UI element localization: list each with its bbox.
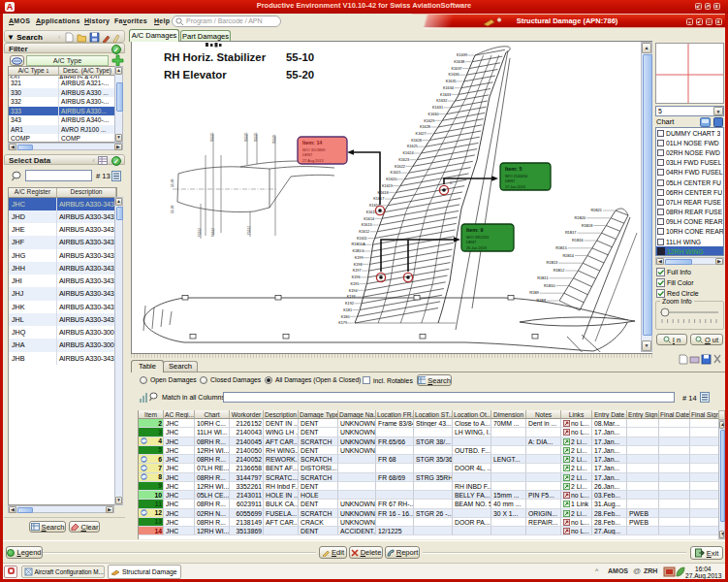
svg-text:K1619: K1619 <box>382 184 393 188</box>
svg-text:R1B10A: R1B10A <box>352 242 366 246</box>
svg-text:F5512: F5512 <box>211 228 215 237</box>
svg-text:Item: 9: Item: 9 <box>466 227 483 233</box>
svg-text:K1627: K1627 <box>416 132 427 136</box>
svg-text:‹: ‹ <box>58 34 61 41</box>
svg-text:R1B14: R1B14 <box>562 254 574 258</box>
svg-text:K195: K195 <box>350 282 359 286</box>
svg-text:K1623: K1623 <box>398 158 409 162</box>
svg-text:K180: K180 <box>341 315 350 319</box>
svg-text:K1633: K1633 <box>440 93 451 97</box>
svg-text:R1B12: R1B12 <box>554 269 565 273</box>
svg-text:K1621: K1621 <box>391 171 401 175</box>
svg-text:RH Elevator: RH Elevator <box>164 69 227 81</box>
svg-text:K1630: K1630 <box>428 113 439 116</box>
svg-text:K198: K198 <box>354 263 363 267</box>
svg-text:K199: K199 <box>355 256 364 260</box>
svg-text:K193: K193 <box>347 295 356 299</box>
svg-text:2-: 2- <box>450 180 454 185</box>
svg-text:K1638: K1638 <box>454 60 464 64</box>
svg-text:55-10: 55-10 <box>286 51 314 63</box>
svg-text:K1625: K1625 <box>407 145 418 148</box>
svg-text:26.Jan.2013: 26.Jan.2013 <box>466 246 487 250</box>
svg-text:K1629: K1629 <box>424 119 434 123</box>
svg-text:27.Aug.2013: 27.Aug.2013 <box>302 159 324 163</box>
svg-text:K1628: K1628 <box>420 125 430 129</box>
svg-text:K1632: K1632 <box>436 99 447 103</box>
svg-text:R1B9: R1B9 <box>529 291 539 295</box>
svg-text:K1617: K1617 <box>373 197 384 201</box>
svg-text:R1B15: R1B15 <box>555 246 567 250</box>
svg-text:K1620: K1620 <box>386 178 396 181</box>
svg-text:55-10: 55-10 <box>171 206 174 213</box>
svg-text:17.Jan.2013: 17.Jan.2013 <box>505 185 525 189</box>
svg-text:DENT: DENT <box>466 241 477 244</box>
svg-text:F5512: F5512 <box>198 228 202 237</box>
svg-text:Item: 5: Item: 5 <box>505 166 522 172</box>
svg-text:K1612: K1612 <box>359 230 369 234</box>
svg-text:K1B1G: K1B1G <box>352 249 364 253</box>
svg-text:W/O 3513869: W/O 3513869 <box>302 148 325 152</box>
svg-text:R1B17: R1B17 <box>565 231 577 235</box>
svg-text:R1B10: R1B10 <box>544 284 555 288</box>
svg-text:Item: 14: Item: 14 <box>302 140 322 146</box>
svg-text:K192: K192 <box>345 302 354 306</box>
svg-text:R1B13: R1B13 <box>547 261 558 265</box>
svg-text:R1B11: R1B11 <box>537 276 548 280</box>
svg-text:K1634: K1634 <box>443 86 454 90</box>
svg-text:K181: K181 <box>343 308 352 312</box>
svg-text:K1614: K1614 <box>364 217 374 221</box>
svg-text:K1639: K1639 <box>457 53 467 57</box>
svg-text:K1622: K1622 <box>395 165 405 169</box>
svg-text:D5525: D5525 <box>244 132 248 142</box>
svg-text:DENT: DENT <box>505 179 516 183</box>
svg-text:55-10: 55-10 <box>171 179 174 187</box>
svg-text:R1B16: R1B16 <box>572 239 584 242</box>
svg-text:R1B8: R1B8 <box>537 299 547 303</box>
svg-text:D5525: D5525 <box>254 132 258 142</box>
svg-text:R1B21: R1B21 <box>590 209 602 212</box>
svg-text:R1B18: R1B18 <box>582 224 593 228</box>
svg-text:K1635: K1635 <box>446 80 457 83</box>
svg-text:W/O 3352261: W/O 3352261 <box>466 236 489 240</box>
svg-text:K194: K194 <box>349 289 358 293</box>
svg-text:K1611: K1611 <box>357 237 367 241</box>
svg-text:F5512: F5512 <box>247 226 251 235</box>
svg-text:K196: K196 <box>352 275 361 279</box>
svg-text:K1613: K1613 <box>362 223 372 227</box>
svg-text:D5525: D5525 <box>210 132 214 142</box>
svg-text:RH Horiz. Stabilizer: RH Horiz. Stabilizer <box>164 51 267 63</box>
svg-text:K179: K179 <box>338 321 347 325</box>
svg-text:K1624: K1624 <box>403 151 414 155</box>
svg-text:K1637: K1637 <box>451 67 461 71</box>
svg-text:55-20: 55-20 <box>286 69 314 81</box>
svg-text:W/O 2140050: W/O 2140050 <box>505 175 527 178</box>
svg-text:K1631: K1631 <box>432 106 443 110</box>
svg-text:K1626: K1626 <box>411 139 422 143</box>
svg-text:R1B20: R1B20 <box>575 216 586 220</box>
svg-text:DENT: DENT <box>302 153 313 157</box>
svg-text:K197: K197 <box>353 269 362 273</box>
svg-text:D5525: D5525 <box>272 134 276 144</box>
svg-text:K1636: K1636 <box>449 73 459 77</box>
